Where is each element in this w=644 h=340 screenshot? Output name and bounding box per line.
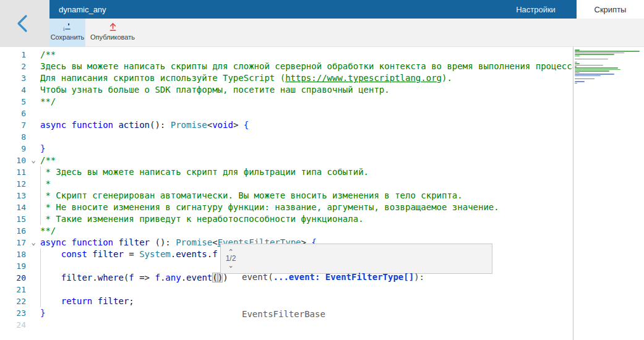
save-button-label: Сохранить xyxy=(51,33,85,41)
line-number: 4 xyxy=(0,84,26,96)
code-line[interactable]: 14 * Не вносите изменения в сигнатуру фу… xyxy=(0,202,573,213)
line-number: 8 xyxy=(0,131,26,143)
back-button[interactable] xyxy=(12,11,35,36)
minimap-line xyxy=(575,65,603,66)
code-line-text: Здесь вы можете написать скрипты для сло… xyxy=(40,61,573,72)
fold-chevron-icon[interactable]: ⌄ xyxy=(28,155,38,166)
code-line-text: * Здесь вы можете написать скрипт для фи… xyxy=(40,166,369,178)
fold-chevron-icon[interactable]: ⌄ xyxy=(28,237,38,249)
line-number: 12 xyxy=(0,178,26,190)
signature-body: event(...event: EventFilterType[]): Even… xyxy=(241,244,492,273)
code-line[interactable]: 9} xyxy=(0,143,573,155)
save-floppy-icon xyxy=(62,22,73,32)
line-number: 18 xyxy=(0,249,26,260)
line-number: 23 xyxy=(0,307,26,319)
tab-settings[interactable]: Настройки xyxy=(495,0,577,19)
code-line[interactable]: 16**/ xyxy=(0,225,573,237)
code-line[interactable]: 7async function action(): Promise<void> … xyxy=(0,119,573,131)
minimap-line xyxy=(575,53,624,54)
line-number: 2 xyxy=(0,61,26,72)
code-line-text: filter.where(f => f.any.event()) xyxy=(40,272,228,284)
minimap-line xyxy=(575,66,577,67)
minimap-line xyxy=(575,63,580,64)
line-number: 6 xyxy=(0,108,26,119)
code-line-text: Чтобы узнать больше о SDK платформы, пос… xyxy=(40,84,390,96)
code-line[interactable]: 10⌄/** xyxy=(0,155,573,166)
code-line-text: **/ xyxy=(40,96,56,108)
code-line[interactable]: 3Для написания скриптов используйте Type… xyxy=(0,72,573,84)
minimap-line xyxy=(575,70,609,72)
minimap-line xyxy=(575,62,577,63)
code-line[interactable]: 15 * Такие изменения приведут к неработо… xyxy=(0,213,573,225)
line-number: 10 xyxy=(0,155,26,166)
code-line-text: **/ xyxy=(40,225,56,237)
minimap-line xyxy=(575,69,620,70)
save-button[interactable]: Сохранить xyxy=(49,19,85,47)
back-chevron-icon xyxy=(12,11,35,36)
minimap[interactable] xyxy=(575,49,640,93)
code-editor[interactable]: 1/**2Здесь вы можете написать скрипты дл… xyxy=(0,47,644,340)
line-number: 19 xyxy=(0,260,26,272)
line-number: 13 xyxy=(0,190,26,202)
signature-return-type: EventsFilterBase xyxy=(242,308,488,320)
code-line-text: } xyxy=(40,307,45,319)
toolbar: Сохранить Опубликовать xyxy=(49,19,644,47)
code-line-text: * Не вносите изменения в сигнатуру функц… xyxy=(40,202,499,213)
titlebar: dynamic_any Настройки xyxy=(49,0,577,19)
minimap-line xyxy=(575,49,580,51)
signature-line: event(...event: EventFilterType[]): xyxy=(242,271,488,283)
minimap-line xyxy=(575,75,601,77)
code-line-text: return filter; xyxy=(40,295,134,307)
minimap-line xyxy=(575,72,580,74)
minimap-border xyxy=(573,47,573,340)
code-line-text: * Скрипт сгенерирован автоматически. Вы … xyxy=(40,190,463,202)
code-line[interactable]: 13 * Скрипт сгенерирован автоматически. … xyxy=(0,190,573,202)
code-line[interactable]: 11 * Здесь вы можете написать скрипт для… xyxy=(0,166,573,178)
page-title: dynamic_any xyxy=(49,5,106,14)
code-line-text: * Такие изменения приведут к неработоспо… xyxy=(40,213,364,225)
code-line[interactable]: 6 xyxy=(0,108,573,119)
code-line[interactable]: 4Чтобы узнать больше о SDK платформы, по… xyxy=(0,84,573,96)
code-line[interactable]: 5**/ xyxy=(0,96,573,108)
app-window: dynamic_any Настройки Скрипты Сохранить … xyxy=(0,0,644,340)
line-number: 11 xyxy=(0,166,26,178)
code-line-text: async function action(): Promise<void> { xyxy=(40,119,249,131)
code-line-text: * xyxy=(40,178,51,190)
line-number: 3 xyxy=(0,72,26,84)
minimap-line xyxy=(575,81,585,82)
code-line[interactable]: 12 * xyxy=(0,178,573,190)
minimap-line xyxy=(575,79,595,80)
code-line[interactable]: 2Здесь вы можете написать скрипты для сл… xyxy=(0,61,573,72)
minimap-line xyxy=(575,51,640,52)
code-line[interactable]: 1/** xyxy=(0,49,573,61)
publish-button-label: Опубликовать xyxy=(90,33,135,41)
parameter-hints-controls: ⌃ 1/2 ⌄ xyxy=(221,244,241,273)
code-line-text: /** xyxy=(40,155,56,166)
line-number: 17 xyxy=(0,237,26,249)
publish-upload-icon xyxy=(108,22,118,32)
code-line-text: const filter = System.events.f xyxy=(40,249,218,260)
line-number: 14 xyxy=(0,202,26,213)
minimap-line xyxy=(575,59,608,60)
line-number: 22 xyxy=(0,295,26,307)
indent-guide xyxy=(40,166,41,225)
minimap-line xyxy=(575,83,577,84)
line-number: 7 xyxy=(0,119,26,131)
parameter-hints-widget: ⌃ 1/2 ⌄ event(...event: EventFilterType[… xyxy=(220,244,492,274)
tab-scripts[interactable]: Скрипты xyxy=(577,0,644,19)
code-line-text: /** xyxy=(40,49,56,61)
code-line-text: } xyxy=(40,143,45,155)
publish-button[interactable]: Опубликовать xyxy=(85,19,140,47)
code-line-text: Для написания скриптов используйте TypeS… xyxy=(40,72,452,84)
line-number: 20 xyxy=(0,272,26,284)
minimap-line xyxy=(575,54,614,55)
line-number: 21 xyxy=(0,284,26,295)
next-signature-button[interactable]: ⌄ xyxy=(228,263,233,268)
line-number: 16 xyxy=(0,225,26,237)
line-number: 9 xyxy=(0,143,26,155)
code-line[interactable]: 8 xyxy=(0,131,573,143)
line-number: 15 xyxy=(0,213,26,225)
line-number: 5 xyxy=(0,96,26,108)
minimap-line xyxy=(575,56,580,57)
minimap-line xyxy=(575,67,618,69)
